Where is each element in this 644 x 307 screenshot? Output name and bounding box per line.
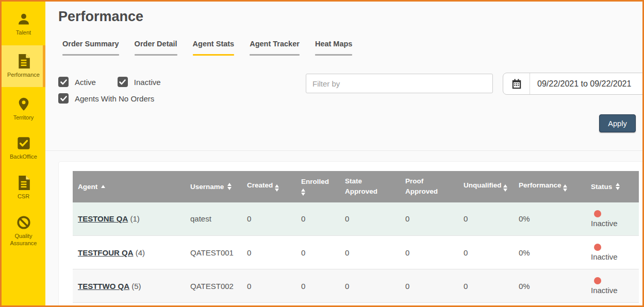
proof-approved-cell: 0 [400, 202, 458, 236]
username-cell: qatest [185, 202, 242, 236]
calendar-icon[interactable] [503, 73, 530, 94]
sort-both-icon [563, 184, 567, 192]
sort-both-icon [503, 184, 507, 192]
agent-count: (1) [130, 214, 139, 223]
state-approved-cell: 0 [340, 236, 400, 269]
apply-button[interactable]: Apply [599, 114, 636, 132]
sidebar-item-csr[interactable]: CSR [2, 169, 45, 206]
table-card: Agent Username Created Enrolled [58, 161, 642, 305]
tab-underline [193, 54, 235, 56]
prohibition-icon [16, 215, 31, 230]
column-header-agent[interactable]: Agent [73, 171, 185, 202]
document-icon [16, 54, 31, 69]
status-cell: Inactive [586, 236, 639, 269]
column-header-created[interactable]: Created [242, 171, 296, 202]
proof-approved-cell: 0 [400, 236, 458, 269]
checkbox-icon [16, 135, 31, 151]
table-row: TESTFOUR QA (4) QATEST001 0 0 0 0 0 0% I… [73, 236, 639, 269]
column-header-status[interactable]: Status [586, 171, 639, 202]
filter-input[interactable] [306, 74, 493, 93]
enrolled-cell: 0 [296, 202, 340, 236]
status-badge: Inactive [591, 219, 618, 228]
tab-underline [315, 54, 353, 56]
column-header-proof-approved[interactable]: Proof Approved [400, 171, 458, 202]
tab-order-detail[interactable]: Order Detail [135, 40, 177, 56]
sidebar-item-backoffice[interactable]: BackOffice [2, 130, 45, 166]
sidebar-item-talent[interactable]: Talent [2, 6, 45, 42]
app-window: Talent Performance Territory BackOffice [0, 0, 644, 307]
performance-cell: 0% [514, 236, 586, 269]
checkmark-icon[interactable] [58, 93, 69, 104]
sidebar-item-label: BackOffice [10, 154, 37, 161]
checkbox-label: Agents With No Orders [75, 94, 154, 103]
checkbox-label: Inactive [134, 78, 161, 87]
unqualified-cell: 0 [458, 269, 514, 303]
sort-both-icon [616, 183, 620, 190]
page-title: Performance [58, 9, 143, 25]
column-header-state-approved[interactable]: State Approved [340, 171, 400, 202]
agent-stats-table: Agent Username Created Enrolled [73, 171, 639, 303]
created-cell: 0 [242, 202, 296, 236]
proof-approved-cell: 0 [400, 269, 458, 303]
sidebar-item-label: Quality Assurance [4, 233, 43, 247]
enrolled-cell: 0 [296, 269, 340, 303]
performance-cell: 0% [514, 202, 586, 236]
created-cell: 0 [242, 269, 296, 303]
column-header-performance[interactable]: Performance [514, 171, 586, 202]
performance-cell: 0% [514, 269, 586, 303]
date-range-input[interactable] [530, 73, 642, 94]
tab-underline [62, 54, 119, 56]
status-cell: Inactive [586, 202, 639, 236]
tab-bar: Order Summary Order Detail Agent Stats A… [62, 40, 352, 56]
sort-asc-icon [101, 185, 105, 188]
status-inactive-icon [594, 210, 601, 217]
created-cell: 0 [242, 236, 296, 269]
sidebar-item-label: CSR [18, 193, 29, 200]
tab-underline [250, 54, 300, 56]
table-header-row: Agent Username Created Enrolled [73, 171, 639, 202]
state-approved-cell: 0 [340, 202, 400, 236]
checkmark-icon[interactable] [58, 77, 69, 87]
agent-link[interactable]: TESTONE QA [78, 214, 128, 223]
tab-order-summary[interactable]: Order Summary [62, 40, 119, 56]
checkbox-inactive[interactable]: Inactive [118, 77, 161, 87]
tab-heat-maps[interactable]: Heat Maps [315, 40, 353, 56]
unqualified-cell: 0 [458, 236, 514, 269]
section-divider [45, 150, 642, 151]
tab-underline [135, 54, 177, 56]
column-header-enrolled[interactable]: Enrolled [296, 171, 340, 202]
agent-count: (4) [136, 248, 145, 257]
status-cell: Inactive [586, 269, 639, 303]
column-header-unqualified[interactable]: Unqualified [458, 171, 514, 202]
sidebar-item-territory[interactable]: Territory [2, 91, 45, 127]
enrolled-cell: 0 [296, 236, 340, 269]
checkbox-label: Active [75, 78, 96, 87]
table-row: TESTTWO QA (5) QATEST002 0 0 0 0 0 0% In… [73, 269, 639, 303]
sidebar-item-quality-assurance[interactable]: Quality Assurance [2, 209, 45, 252]
sort-both-icon [301, 189, 305, 196]
status-badge: Inactive [591, 252, 618, 261]
status-badge: Inactive [591, 286, 618, 295]
sidebar-item-performance[interactable]: Performance [2, 45, 45, 87]
checkbox-active[interactable]: Active [58, 77, 96, 87]
tab-agent-stats[interactable]: Agent Stats [193, 40, 235, 56]
tab-agent-tracker[interactable]: Agent Tracker [250, 40, 300, 56]
checkbox-row-2: Agents With No Orders [58, 93, 170, 104]
location-pin-icon [16, 96, 31, 112]
column-header-username[interactable]: Username [185, 171, 242, 202]
table-row: TESTONE QA (1) qatest 0 0 0 0 0 0% Inact… [73, 202, 639, 236]
main-content: Performance Order Summary Order Detail A… [45, 2, 642, 305]
sidebar-item-label: Territory [13, 114, 34, 122]
agent-count: (5) [131, 282, 141, 291]
document-icon [16, 175, 31, 191]
person-icon [16, 11, 31, 27]
state-approved-cell: 0 [340, 269, 400, 303]
date-range-picker[interactable] [503, 73, 642, 95]
agent-link[interactable]: TESTTWO QA [78, 282, 129, 291]
checkmark-icon[interactable] [118, 77, 128, 87]
sort-both-icon [275, 184, 279, 192]
username-cell: QATEST001 [185, 236, 242, 269]
agent-link[interactable]: TESTFOUR QA [78, 248, 134, 257]
checkbox-agents-no-orders[interactable]: Agents With No Orders [58, 93, 154, 104]
username-cell: QATEST002 [185, 269, 242, 303]
